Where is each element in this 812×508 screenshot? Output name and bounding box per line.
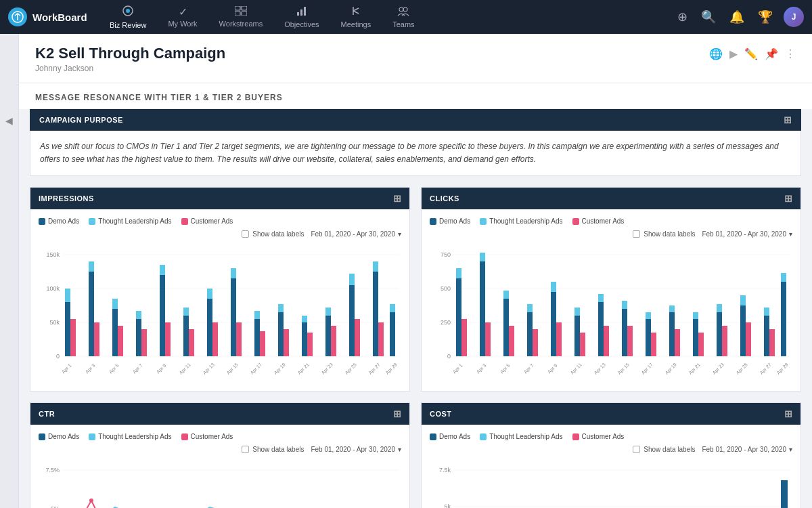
play-icon[interactable]: ▶	[729, 47, 738, 60]
svg-rect-54	[325, 308, 331, 316]
clicks-date-filter[interactable]: Feb 01, 2020 - Apr 30, 2020 ▾	[702, 230, 792, 238]
my-work-icon: ✓	[179, 7, 187, 18]
top-navigation: WorkBoard Biz Review ✓ My Work Workstrea…	[0, 0, 812, 34]
clicks-checkbox[interactable]	[633, 230, 640, 238]
svg-rect-129	[781, 282, 786, 356]
svg-text:Apr 3: Apr 3	[476, 363, 488, 375]
svg-rect-89	[461, 319, 467, 356]
impressions-date-chevron: ▾	[398, 230, 401, 238]
svg-text:Apr 5: Apr 5	[108, 363, 120, 375]
ctr-customer-dot	[181, 433, 188, 440]
ctr-expand-icon[interactable]: ⊞	[393, 408, 402, 419]
nav-right-actions: ⊕ 🔍 🔔 🏆 J	[675, 7, 804, 27]
svg-text:Apr 27: Apr 27	[759, 362, 772, 376]
svg-rect-102	[574, 316, 580, 356]
svg-rect-45	[254, 311, 260, 319]
svg-rect-47	[278, 312, 284, 356]
svg-text:50k: 50k	[49, 319, 60, 326]
svg-rect-98	[533, 329, 538, 356]
campaign-expand-icon[interactable]: ⊞	[784, 114, 792, 125]
more-icon[interactable]: ⋮	[785, 47, 796, 60]
nav-objectives[interactable]: Objectives	[275, 3, 328, 31]
ctr-checkbox[interactable]	[242, 446, 249, 453]
svg-rect-55	[331, 326, 336, 356]
cost-expand-icon[interactable]: ⊞	[784, 408, 793, 419]
svg-rect-63	[390, 304, 395, 312]
app-logo[interactable]: WorkBoard	[8, 7, 89, 26]
svg-rect-110	[627, 326, 633, 356]
svg-rect-32	[160, 275, 165, 356]
svg-rect-53	[325, 316, 331, 356]
svg-text:500: 500	[441, 285, 451, 292]
svg-rect-21	[65, 289, 70, 302]
svg-rect-126	[764, 316, 769, 356]
logo-icon	[8, 7, 27, 26]
clicks-demo-label: Demo Ads	[439, 217, 470, 225]
search-icon[interactable]: 🔍	[698, 7, 719, 27]
nav-workstreams[interactable]: Workstreams	[210, 3, 273, 30]
svg-rect-113	[651, 333, 656, 356]
clicks-expand-icon[interactable]: ⊞	[784, 193, 793, 204]
sidebar-toggle[interactable]: ◀	[0, 34, 19, 508]
cost-demo-dot	[430, 433, 436, 440]
impressions-title: IMPRESSIONS	[39, 194, 94, 203]
svg-point-169	[89, 499, 93, 503]
campaign-purpose-header: CAMPAIGN PURPOSE ⊞	[30, 109, 801, 131]
nav-my-work[interactable]: ✓ My Work	[158, 4, 206, 30]
nav-teams[interactable]: Teams	[383, 3, 424, 31]
impressions-date-range: Feb 01, 2020 - Apr 30, 2020	[311, 230, 395, 238]
thought-dot	[89, 218, 95, 225]
pin-icon[interactable]: 📌	[765, 47, 778, 60]
svg-rect-116	[675, 329, 680, 356]
objectives-icon	[296, 5, 307, 18]
svg-rect-52	[307, 333, 313, 356]
svg-text:Apr 13: Apr 13	[593, 362, 606, 376]
svg-text:Apr 11: Apr 11	[178, 362, 191, 376]
impressions-checkbox[interactable]	[242, 230, 249, 238]
svg-text:Apr 7: Apr 7	[132, 363, 144, 375]
svg-rect-92	[485, 322, 491, 356]
campaign-purpose-body: As we shift our focus to CMOs in Tier 1 …	[30, 131, 801, 176]
page-subtitle: Johnny Jackson	[35, 64, 225, 73]
svg-text:Apr 1: Apr 1	[61, 363, 73, 375]
svg-rect-122	[722, 326, 727, 356]
clicks-customer-dot	[572, 218, 579, 225]
edit-icon[interactable]: ✏️	[744, 47, 758, 60]
svg-text:Apr 15: Apr 15	[616, 362, 630, 376]
nav-my-work-label: My Work	[168, 20, 197, 28]
svg-text:250: 250	[441, 319, 451, 326]
cost-customer-dot	[572, 433, 579, 440]
teams-icon	[397, 5, 409, 18]
impressions-date-filter[interactable]: Feb 01, 2020 - Apr 30, 2020 ▾	[311, 230, 401, 238]
svg-text:Apr 1: Apr 1	[452, 363, 464, 375]
trophy-icon[interactable]: 🏆	[755, 7, 775, 27]
nav-biz-review[interactable]: Biz Review	[100, 2, 156, 32]
impressions-expand-icon[interactable]: ⊞	[393, 193, 402, 204]
svg-rect-109	[622, 301, 627, 309]
svg-text:Apr 19: Apr 19	[273, 362, 286, 376]
add-icon[interactable]: ⊕	[675, 7, 690, 27]
nav-meetings[interactable]: Meetings	[332, 3, 381, 31]
cost-legend-thought: Thought Leadership Ads	[480, 433, 562, 440]
svg-point-10	[399, 7, 403, 12]
impressions-chart-body: Demo Ads Thought Leadership Ads Customer…	[30, 209, 409, 391]
svg-text:150k: 150k	[46, 251, 60, 258]
globe-icon[interactable]: 🌐	[709, 47, 723, 60]
cost-demo-label: Demo Ads	[439, 433, 470, 440]
nav-objectives-label: Objectives	[284, 20, 319, 28]
svg-rect-60	[373, 261, 378, 272]
campaign-purpose-section: CAMPAIGN PURPOSE ⊞ As we shift our focus…	[30, 109, 801, 176]
ctr-date-filter[interactable]: Feb 01, 2020 - Apr 30, 2020 ▾	[311, 446, 401, 453]
app-name: WorkBoard	[32, 12, 87, 23]
user-avatar[interactable]: J	[784, 7, 804, 27]
cost-customer-label: Customer Ads	[582, 433, 625, 440]
customer-label: Customer Ads	[191, 217, 233, 225]
svg-rect-50	[302, 322, 307, 356]
notifications-icon[interactable]: 🔔	[727, 7, 747, 27]
svg-rect-58	[355, 319, 360, 356]
svg-text:Apr 29: Apr 29	[775, 362, 789, 376]
svg-rect-46	[260, 331, 265, 356]
cost-date-filter[interactable]: Feb 01, 2020 - Apr 30, 2020 ▾	[702, 446, 792, 453]
cost-checkbox[interactable]	[633, 446, 640, 453]
svg-rect-106	[598, 294, 604, 302]
